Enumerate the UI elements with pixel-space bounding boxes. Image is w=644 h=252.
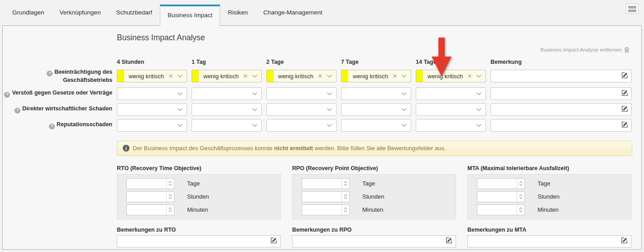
spinner-buttons[interactable]	[517, 179, 524, 189]
clear-icon[interactable]	[243, 74, 248, 78]
impact-select-r1-1-tag[interactable]	[192, 87, 262, 100]
impact-select-r0-2-tage[interactable]: wenig kritisch	[266, 70, 336, 82]
rating-color-swatch	[117, 70, 124, 82]
rpo-stunden-input[interactable]	[302, 191, 350, 202]
chevron-down-icon	[476, 108, 482, 111]
rto-tage-input[interactable]	[126, 178, 174, 189]
spinner-buttons[interactable]	[341, 179, 349, 189]
clear-icon[interactable]	[168, 74, 173, 78]
impact-select-r2-7-tage[interactable]	[341, 103, 411, 116]
impact-select-r1-4-stunden[interactable]	[117, 87, 187, 100]
impact-select-r2-2-tage[interactable]	[266, 103, 336, 116]
row-label-beeintraechtigung: ?Beeinträchtigung des Geschäftsbetriebs	[9, 68, 112, 84]
layout-toggle-button[interactable]	[626, 4, 639, 14]
tab-risiken[interactable]: Risiken	[220, 0, 255, 25]
impact-select-r3-14-tage[interactable]	[416, 119, 486, 132]
impact-select-r3-2-tage[interactable]	[266, 119, 336, 132]
mta-minuten-input[interactable]	[477, 204, 525, 215]
rating-color-swatch	[416, 70, 423, 82]
chevron-down-icon	[327, 92, 332, 95]
help-icon[interactable]: ?	[49, 124, 55, 129]
impact-select-r2-4-stunden[interactable]	[117, 103, 187, 116]
spinner-buttons[interactable]	[166, 179, 174, 189]
edit-icon[interactable]	[621, 237, 628, 245]
help-icon[interactable]: ?	[47, 71, 53, 76]
unit-label-minuten: Minuten	[187, 206, 208, 213]
remark-input-r1[interactable]	[490, 87, 632, 100]
edit-icon[interactable]	[270, 237, 277, 245]
edit-icon[interactable]	[621, 72, 628, 80]
warning-text-suffix: werden. Bitte füllen Sie alle Bewertungs…	[313, 145, 446, 152]
spinner-buttons[interactable]	[341, 205, 349, 215]
layout-toggle-icon	[628, 10, 636, 12]
rpo-minuten-input[interactable]	[302, 204, 350, 215]
unit-label-tage: Tage	[187, 180, 200, 187]
clear-icon[interactable]	[318, 74, 322, 78]
chevron-up-icon	[344, 181, 347, 183]
rto-minuten-input[interactable]	[126, 204, 174, 215]
remark-input-r2[interactable]	[490, 103, 632, 116]
mta-remark-input[interactable]	[467, 235, 631, 247]
edit-icon[interactable]	[621, 105, 628, 114]
chevron-down-icon	[177, 108, 183, 111]
unit-label-minuten: Minuten	[538, 206, 558, 213]
help-icon[interactable]: ?	[4, 92, 10, 98]
spinner-buttons[interactable]	[341, 192, 349, 202]
mta-stunden-input[interactable]	[477, 191, 525, 202]
spinner-buttons[interactable]	[517, 192, 524, 202]
rto-remark-input[interactable]	[117, 235, 281, 247]
chevron-up-icon	[519, 207, 523, 209]
warning-message: i Der Business Impact des Geschäftsproze…	[117, 141, 632, 156]
business-impact-panel: Business Impact Analyse Business Impact …	[2, 25, 642, 250]
tab-bar: Grundlagen Verknüpfungen Schutzbedarf Bu…	[0, 0, 644, 25]
chevron-down-icon[interactable]	[177, 74, 183, 78]
mta-box: Tage Stunden Minuten	[467, 174, 631, 219]
tab-schutzbedarf[interactable]: Schutzbedarf	[108, 0, 160, 25]
clear-icon[interactable]	[393, 74, 397, 78]
edit-icon[interactable]	[446, 237, 452, 245]
chevron-down-icon[interactable]	[476, 74, 482, 78]
edit-icon[interactable]	[621, 121, 628, 129]
impact-select-r0-7-tage[interactable]: wenig kritisch	[341, 70, 411, 82]
impact-select-r3-4-stunden[interactable]	[117, 119, 187, 132]
impact-select-r2-14-tage[interactable]	[416, 103, 486, 116]
spinner-buttons[interactable]	[166, 192, 174, 202]
remark-input-r3[interactable]	[490, 119, 632, 132]
column-header-1-tag: 1 Tag	[192, 59, 262, 65]
remark-input-r0[interactable]	[490, 70, 632, 82]
chevron-down-icon[interactable]	[327, 74, 332, 78]
rto-title: RTO (Recovery Time Objective)	[117, 165, 281, 171]
remove-bia-link[interactable]: Business Impact Analyse entfernen	[540, 47, 630, 53]
mta-tage-input[interactable]	[477, 178, 525, 189]
tab-grundlagen[interactable]: Grundlagen	[5, 0, 52, 25]
tab-change-management[interactable]: Change-Management	[255, 0, 330, 25]
impact-select-r1-7-tage[interactable]	[341, 87, 411, 100]
objectives-section: RTO (Recovery Time Objective) Tage Stund…	[117, 165, 636, 247]
impact-select-r2-1-tag[interactable]	[192, 103, 262, 116]
rto-section: RTO (Recovery Time Objective) Tage Stund…	[117, 165, 281, 247]
unit-label-minuten: Minuten	[362, 206, 383, 213]
impact-select-r1-14-tage[interactable]	[416, 87, 486, 100]
column-header-bemerkung: Bemerkung	[490, 59, 632, 65]
tab-business-impact[interactable]: Business Impact	[160, 5, 220, 26]
impact-select-r0-4-stunden[interactable]: wenig kritisch	[117, 70, 187, 82]
unit-label-stunden: Stunden	[362, 193, 384, 200]
impact-select-r1-2-tage[interactable]	[266, 87, 336, 100]
rto-stunden-input[interactable]	[126, 191, 174, 202]
chevron-up-icon	[519, 181, 523, 183]
help-icon[interactable]: ?	[14, 108, 20, 114]
chevron-down-icon	[252, 124, 258, 127]
impact-select-r0-1-tag[interactable]: wenig kritisch	[192, 70, 262, 82]
spinner-buttons[interactable]	[166, 205, 174, 215]
chevron-down-icon[interactable]	[252, 74, 258, 78]
edit-icon[interactable]	[621, 90, 628, 98]
row-label-verstoss: ?Verstoß gegen Gesetze oder Verträge	[4, 89, 112, 97]
rpo-tage-input[interactable]	[302, 178, 350, 189]
chevron-down-icon[interactable]	[401, 74, 407, 78]
spinner-buttons[interactable]	[517, 205, 524, 215]
rpo-remark-input[interactable]	[292, 235, 456, 247]
clear-icon[interactable]	[467, 74, 472, 78]
tab-verknuepfungen[interactable]: Verknüpfungen	[52, 0, 109, 25]
impact-select-r3-7-tage[interactable]	[341, 119, 411, 132]
impact-select-r3-1-tag[interactable]	[192, 119, 262, 132]
